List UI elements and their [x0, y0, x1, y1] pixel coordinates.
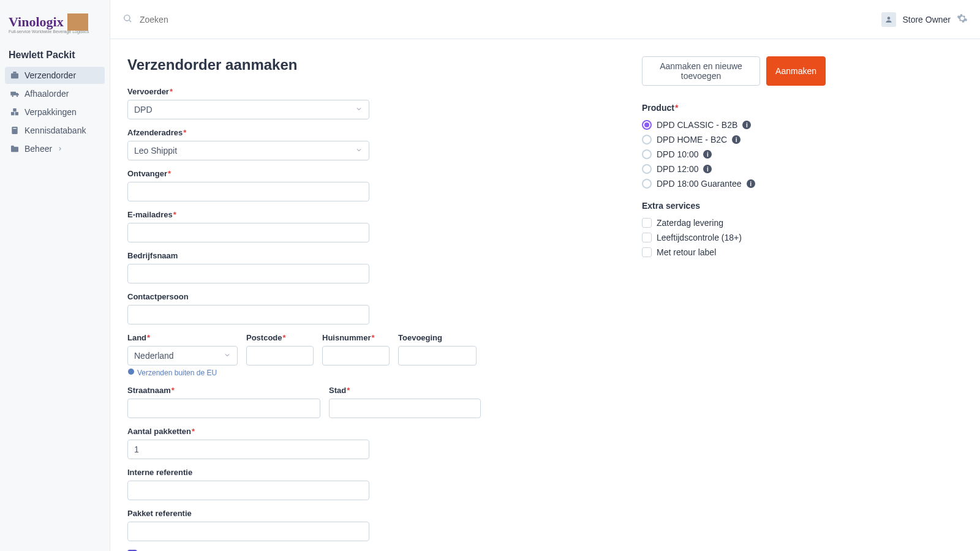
product-radio-10[interactable] [642, 149, 652, 159]
email-input[interactable] [127, 223, 369, 242]
product-option-label: DPD 12:00 [657, 164, 698, 174]
extra-return-checkbox[interactable] [642, 247, 652, 257]
logo-text: Vinologix [9, 14, 64, 30]
info-icon[interactable]: i [703, 165, 712, 173]
info-icon[interactable]: i [747, 179, 755, 188]
svg-rect-1 [13, 72, 16, 73]
sidebar-item-label: Verpakkingen [24, 107, 77, 117]
product-radio-home[interactable] [642, 135, 652, 144]
svg-point-3 [12, 96, 13, 97]
svg-rect-5 [11, 112, 14, 115]
search-input[interactable] [138, 14, 322, 25]
search[interactable] [123, 13, 881, 25]
bedrijf-input[interactable] [127, 264, 369, 283]
extra-saturday-checkbox[interactable] [642, 218, 652, 228]
product-radio-12[interactable] [642, 164, 652, 174]
sidebar-item-verzendorder[interactable]: Verzendorder [5, 67, 105, 84]
contact-input[interactable] [127, 305, 369, 324]
briefcase-icon [10, 70, 20, 80]
sidebar-item-label: Afhaalorder [24, 89, 69, 99]
product-option-label: DPD 10:00 [657, 149, 698, 159]
form-column: Verzendorder aanmaken Vervoerder* DPD Af… [127, 56, 605, 551]
huisnr-label: Huisnummer* [322, 333, 390, 342]
vervoerder-label: Vervoerder* [127, 87, 605, 96]
stad-input[interactable] [329, 399, 481, 418]
svg-rect-8 [12, 127, 17, 134]
sidebar-item-beheer[interactable]: Beheer [5, 140, 105, 157]
extra-label: Met retour label [657, 247, 716, 257]
svg-point-10 [124, 15, 130, 21]
info-icon[interactable]: i [732, 135, 741, 144]
sidebar-item-label: Beheer [24, 144, 52, 154]
gear-icon[interactable] [957, 13, 968, 26]
product-radio-classic[interactable] [642, 120, 652, 130]
info-icon[interactable]: i [703, 150, 712, 159]
svg-rect-0 [11, 73, 18, 79]
sidebar-item-verpakkingen[interactable]: Verpakkingen [5, 103, 105, 121]
sidebar: Vinologix Full-service Worldwide Beverag… [0, 0, 110, 551]
toevoeging-label: Toevoeging [398, 333, 477, 342]
info-icon[interactable]: i [742, 121, 751, 129]
eu-hint-link[interactable]: Verzenden buiten de EU [127, 368, 238, 377]
afzender-select[interactable]: Leo Shippit [127, 141, 369, 160]
product-radio-18[interactable] [642, 179, 652, 189]
main: Store Owner Verzendorder aanmaken Vervoe… [110, 0, 980, 551]
company-name: Hewlett Packit [5, 43, 105, 67]
svg-point-12 [128, 369, 134, 375]
bedrijf-label: Bedrijfsnaam [127, 251, 605, 260]
ontvanger-input[interactable] [127, 182, 369, 201]
svg-point-11 [888, 17, 891, 20]
chevron-right-icon [57, 144, 63, 154]
info-icon [127, 368, 135, 377]
straat-input[interactable] [127, 399, 320, 418]
user-avatar-icon [881, 12, 896, 27]
user-name: Store Owner [902, 15, 951, 24]
stad-label: Stad* [329, 386, 481, 395]
page-title: Verzendorder aanmaken [127, 56, 297, 73]
product-option-label: DPD HOME - B2C [657, 135, 727, 144]
pakketref-input[interactable] [127, 522, 369, 541]
product-option-label: DPD CLASSIC - B2B [657, 120, 737, 130]
vervoerder-select[interactable]: DPD [127, 100, 369, 119]
email-label: E-mailadres* [127, 210, 605, 219]
sidebar-item-afhaalorder[interactable]: Afhaalorder [5, 85, 105, 102]
extra-age-checkbox[interactable] [642, 233, 652, 242]
create-and-new-button[interactable]: Aanmaken en nieuwe toevoegen [642, 56, 760, 86]
sidebar-item-kennisdatabank[interactable]: Kennisdatabank [5, 122, 105, 139]
book-icon [10, 126, 20, 135]
right-column: Aanmaken en nieuwe toevoegen Aanmaken Pr… [642, 56, 826, 262]
aantal-label: Aantal pakketten* [127, 427, 605, 436]
chevron-down-icon [355, 105, 363, 114]
aantal-input[interactable] [127, 440, 369, 459]
extra-label: Leeftijdscontrole (18+) [657, 233, 742, 242]
topbar: Store Owner [110, 0, 980, 39]
chevron-down-icon [355, 146, 363, 156]
afzender-label: Afzenderadres* [127, 128, 605, 137]
chevron-down-icon [224, 351, 231, 361]
postcode-input[interactable] [246, 346, 314, 365]
huisnr-input[interactable] [322, 346, 390, 365]
postcode-label: Postcode* [246, 333, 314, 342]
interne-label: Interne referentie [127, 468, 605, 477]
folder-icon [10, 144, 20, 154]
straat-label: Straatnaam* [127, 386, 320, 395]
extra-label: Zaterdag levering [657, 218, 723, 228]
svg-rect-6 [15, 112, 18, 115]
contact-label: Contactpersoon [127, 292, 605, 301]
svg-rect-2 [10, 92, 16, 96]
toevoeging-input[interactable] [398, 346, 477, 365]
land-label: Land* [127, 333, 238, 342]
logo-box-icon [67, 13, 88, 31]
svg-rect-7 [13, 108, 16, 111]
page-header: Verzendorder aanmaken [127, 56, 605, 73]
ontvanger-label: Ontvanger* [127, 169, 605, 178]
svg-point-4 [17, 96, 18, 97]
product-heading: Product* [642, 103, 826, 113]
interne-input[interactable] [127, 481, 369, 500]
user-menu[interactable]: Store Owner [881, 12, 968, 27]
create-button[interactable]: Aanmaken [766, 56, 826, 86]
pakketref-label: Pakket referentie [127, 509, 605, 518]
svg-rect-9 [13, 128, 16, 129]
land-select[interactable]: Nederland [127, 346, 238, 365]
sidebar-item-label: Verzendorder [24, 70, 76, 80]
